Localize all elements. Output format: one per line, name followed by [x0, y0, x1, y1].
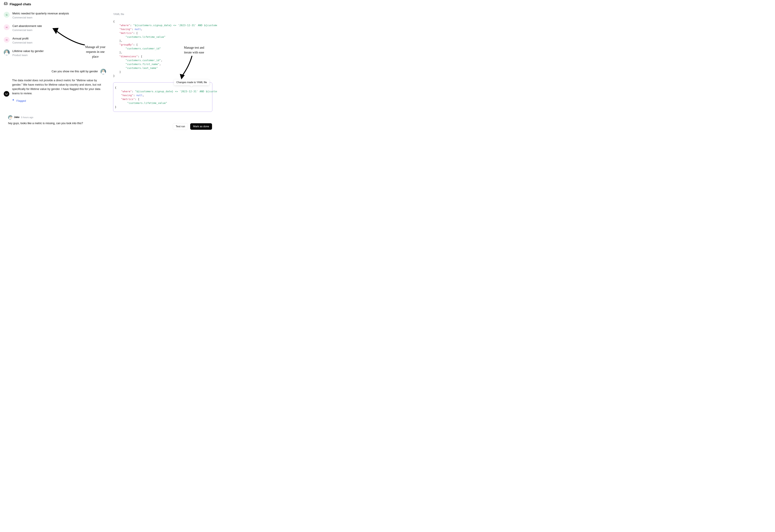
comment-time: 5 hours ago: [21, 116, 33, 119]
chat-item[interactable]: H Annual profit Commercial team: [4, 36, 106, 45]
chat-subtitle: Commercial team: [12, 41, 32, 44]
avatar-initial: H: [4, 24, 10, 30]
avatar-photo: [4, 49, 10, 55]
flagged-text: Flagged: [16, 99, 26, 103]
code-where: "${customers.signup_date} <= '2023-12-31…: [133, 24, 217, 27]
code-groupby: "customers.customer_id": [125, 47, 161, 50]
code-block-diff: { "where": "${customers.signup_date} <= …: [115, 86, 210, 109]
page-header: Flagged chats: [4, 2, 106, 7]
flagged-label[interactable]: Flagged: [12, 99, 106, 103]
user-message: Can you show me this split by gender: [52, 70, 98, 73]
chat-title: Lifetime value by gender: [12, 49, 44, 53]
code-block-main: { "where": "${customers.signup_date} <= …: [113, 20, 213, 78]
action-bar: Test run Mark as done: [173, 123, 212, 130]
bot-avatar: [4, 91, 9, 97]
changes-box: Changes made to YAML file { "where": "${…: [113, 82, 213, 112]
chat-list: G Metric needed for quarterly revenue an…: [4, 11, 106, 58]
chat-title: Metric needed for quarterly revenue anal…: [12, 11, 69, 15]
wave-icon: [5, 92, 8, 96]
file-label: YAML file: [113, 12, 213, 16]
comment-author: Jake: [14, 116, 20, 119]
mark-done-button[interactable]: Mark as done: [190, 123, 212, 130]
user-message-row: Can you show me this split by gender: [4, 68, 106, 74]
avatar-photo: [100, 69, 106, 74]
code-having: null: [136, 94, 142, 97]
chat-subtitle: Commercial team: [12, 28, 42, 32]
code-having: null: [135, 28, 141, 31]
bot-message: The data model does not provide a direct…: [12, 78, 106, 96]
code-dim: "customers.customer_id": [125, 59, 161, 62]
chat-title: Cart abandonment rate: [12, 24, 42, 28]
code-where: "${customers.signup_date} <= '2023-12-31…: [135, 90, 217, 93]
code-dim: "customers.last_name": [125, 67, 158, 70]
chat-title: Annual profit: [12, 37, 32, 41]
avatar-initial: H: [4, 37, 10, 43]
code-dim: "customers.first_name": [125, 63, 159, 66]
chat-subtitle: Commercial team: [12, 16, 69, 19]
code-metric: "customers.lifetime_value": [127, 102, 167, 105]
bot-message-row: The data model does not provide a direct…: [4, 78, 106, 103]
avatar-photo: [8, 115, 12, 120]
comment-text: hey guys, looks like a metric is missing…: [8, 121, 104, 125]
comment: Jake 5 hours ago hey guys, looks like a …: [8, 115, 104, 125]
inbox-icon: [4, 2, 8, 7]
chat-item[interactable]: Lifetime value by gender Product team: [4, 48, 106, 58]
changes-label: Changes made to YAML file: [174, 79, 210, 85]
code-metric: "customers.lifetime_value": [125, 35, 165, 38]
test-run-button[interactable]: Test run: [173, 123, 188, 130]
chat-item[interactable]: H Cart abandonment rate Commercial team: [4, 23, 106, 33]
avatar-initial: G: [4, 12, 10, 18]
flag-icon: [12, 99, 15, 103]
conversation: Can you show me this split by gender The…: [4, 68, 106, 103]
chat-subtitle: Product team: [12, 53, 44, 57]
page-title: Flagged chats: [10, 2, 31, 6]
chat-item[interactable]: G Metric needed for quarterly revenue an…: [4, 11, 106, 20]
